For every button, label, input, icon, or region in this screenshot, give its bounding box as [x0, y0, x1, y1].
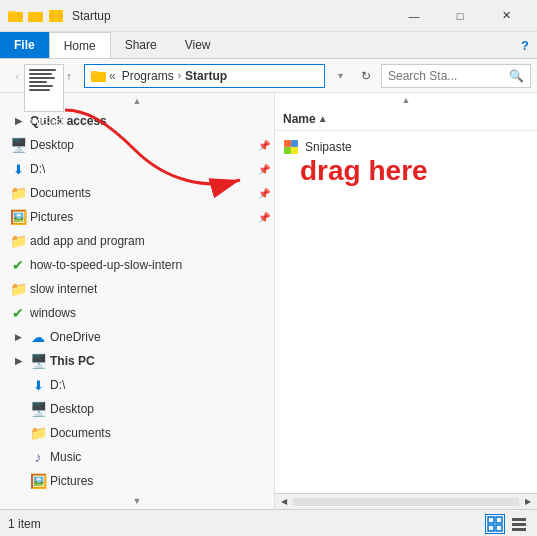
app-icon-2 [28, 8, 44, 24]
sidebar-onedrive-label: OneDrive [50, 330, 101, 344]
window-title: Startup [72, 9, 391, 23]
todo-line-4 [29, 81, 47, 83]
tab-file[interactable]: File [0, 32, 49, 58]
svg-rect-10 [488, 517, 494, 523]
sidebar-d-label: D:\ [30, 162, 45, 176]
tab-view[interactable]: View [171, 32, 225, 58]
documents-icon: 📁 [10, 185, 26, 201]
thispc-arrow: ▶ [10, 353, 26, 369]
view-buttons [485, 514, 529, 534]
sidebar-item-how-to-speed[interactable]: ✔ how-to-speed-up-slow-intern [0, 253, 274, 277]
sidebar-thispc-d[interactable]: ⬇ D:\ [0, 373, 274, 397]
sidebar-desktop-label: Desktop [30, 138, 74, 152]
sidebar-thispc-documents-label: Documents [50, 426, 111, 440]
sidebar-item-add-app[interactable]: 📁 add app and program [0, 229, 274, 253]
pin-icon-4: 📌 [258, 212, 270, 223]
tab-home[interactable]: Home [49, 32, 111, 58]
thispc-desktop-icon: 🖥️ [30, 401, 46, 417]
view-icons-button[interactable] [485, 514, 505, 534]
sidebar-onedrive[interactable]: ▶ ☁ OneDrive [0, 325, 274, 349]
app-icon [8, 8, 24, 24]
sidebar-windows-label: windows [30, 306, 76, 320]
grid-view-icon [487, 516, 503, 532]
thispc-music-icon: ♪ [30, 449, 46, 465]
scroll-track [293, 498, 519, 506]
path-prefix: « [109, 69, 116, 83]
title-bar: Startup — □ ✕ [0, 0, 537, 32]
todo-line-2 [29, 73, 52, 75]
sidebar-item-slow-internet[interactable]: 📁 slow internet [0, 277, 274, 301]
svg-rect-11 [496, 517, 502, 523]
title-bar-icons [8, 8, 64, 24]
sidebar-thispc-label: This PC [50, 354, 95, 368]
refresh-button[interactable]: ↻ [355, 65, 377, 87]
todo-list-dragging: to-do-list [14, 64, 74, 127]
view-list-button[interactable] [509, 514, 529, 534]
help-button[interactable]: ? [513, 32, 537, 58]
tab-share[interactable]: Share [111, 32, 171, 58]
sidebar-thispc-pictures-label: Pictures [50, 474, 93, 488]
svg-rect-6 [284, 140, 291, 147]
path-programs: Programs [122, 69, 174, 83]
snipaste-icon [283, 139, 299, 155]
thispc-pictures-icon: 🖼️ [30, 473, 46, 489]
svg-rect-16 [512, 528, 526, 531]
search-input[interactable] [388, 69, 509, 83]
sidebar-thispc-music-label: Music [50, 450, 81, 464]
sidebar-item-pictures[interactable]: 🖼️ Pictures 📌 [0, 205, 274, 229]
content-header: Name ▲ [275, 107, 537, 131]
sidebar-documents-label: Documents [30, 186, 91, 200]
search-icon[interactable]: 🔍 [509, 69, 524, 83]
slow-internet-icon: 📁 [10, 281, 26, 297]
close-button[interactable]: ✕ [483, 0, 529, 32]
d-drive-icon: ⬇ [10, 161, 26, 177]
scroll-left-button[interactable]: ◀ [277, 495, 291, 509]
svg-rect-5 [91, 71, 98, 74]
content-scroll-up[interactable]: ▲ [275, 93, 537, 107]
svg-rect-3 [49, 10, 63, 22]
maximize-button[interactable]: □ [437, 0, 483, 32]
pin-icon-2: 📌 [258, 164, 270, 175]
svg-rect-14 [512, 518, 526, 521]
path-current: Startup [185, 69, 227, 83]
svg-rect-1 [8, 11, 15, 14]
address-path[interactable]: « Programs › Startup [84, 64, 325, 88]
sidebar-item-windows[interactable]: ✔ windows [0, 301, 274, 325]
main-area: ▲ ▶ Quick access 🖥️ Desktop 📌 ⬇ D:\ 📌 📁 … [0, 93, 537, 509]
minimize-button[interactable]: — [391, 0, 437, 32]
scroll-right-button[interactable]: ▶ [521, 495, 535, 509]
ribbon: File Home Share View ? [0, 32, 537, 59]
snipaste-label: Snipaste [305, 140, 352, 154]
sidebar-pictures-label: Pictures [30, 210, 73, 224]
sidebar-item-desktop[interactable]: 🖥️ Desktop 📌 [0, 133, 274, 157]
path-folder-icon [91, 68, 107, 84]
sidebar-item-documents[interactable]: 📁 Documents 📌 [0, 181, 274, 205]
sidebar-thispc-music[interactable]: ♪ Music [0, 445, 274, 469]
sidebar-slow-internet-label: slow internet [30, 282, 97, 296]
svg-rect-15 [512, 523, 526, 526]
dropdown-button[interactable]: ▾ [329, 65, 351, 87]
address-bar: ‹ › ↑ « Programs › Startup ▾ ↻ 🔍 [0, 59, 537, 93]
ribbon-tabs: File Home Share View ? [0, 32, 537, 58]
sidebar-this-pc[interactable]: ▶ 🖥️ This PC [0, 349, 274, 373]
onedrive-arrow: ▶ [10, 329, 26, 345]
sidebar-thispc-desktop[interactable]: 🖥️ Desktop [0, 397, 274, 421]
svg-rect-13 [496, 525, 502, 531]
sidebar-thispc-documents[interactable]: 📁 Documents [0, 421, 274, 445]
pin-icon: 📌 [258, 140, 270, 151]
sidebar-add-app-label: add app and program [30, 234, 145, 248]
search-box: 🔍 [381, 64, 531, 88]
svg-rect-8 [284, 147, 291, 154]
sidebar-item-d[interactable]: ⬇ D:\ 📌 [0, 157, 274, 181]
sidebar-thispc-d-label: D:\ [50, 378, 65, 392]
sidebar-scroll-down[interactable]: ▼ [0, 493, 274, 509]
svg-rect-12 [488, 525, 494, 531]
sidebar-thispc-pictures[interactable]: 🖼️ Pictures [0, 469, 274, 493]
sort-arrow: ▲ [318, 113, 328, 124]
drag-here-text: drag here [300, 155, 428, 187]
thispc-d-icon: ⬇ [30, 377, 46, 393]
speed-icon: ✔ [10, 257, 26, 273]
window-controls: — □ ✕ [391, 0, 529, 32]
todo-line-3 [29, 77, 55, 79]
path-segment: « Programs › Startup [91, 68, 227, 84]
